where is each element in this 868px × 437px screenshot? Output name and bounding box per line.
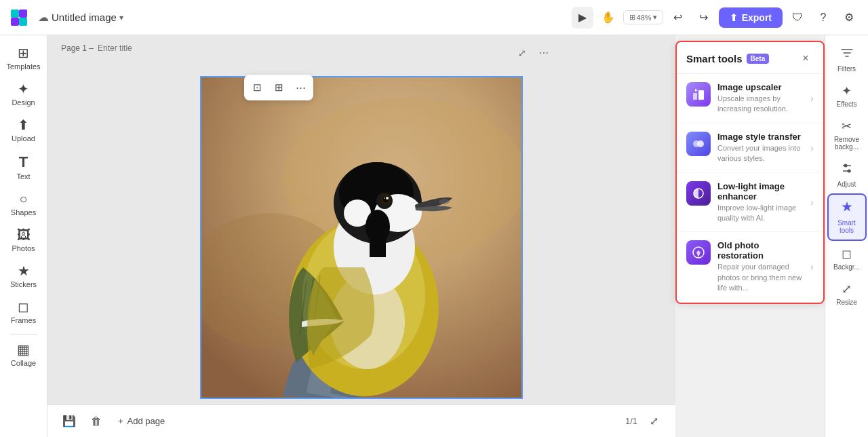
- undo-button[interactable]: ↩: [667, 7, 689, 28]
- svg-point-26: [697, 140, 704, 147]
- sidebar-item-upload[interactable]: ⬆ Upload: [2, 113, 45, 149]
- tool-item-style-transfer[interactable]: Image style transfer Convert your images…: [677, 124, 823, 173]
- right-bar-filters[interactable]: Filters: [827, 41, 867, 78]
- smart-tools-bar-label: Smart tools: [831, 219, 863, 234]
- layout-icon: ⊞: [629, 13, 635, 22]
- shield-button[interactable]: 🛡: [787, 7, 808, 28]
- document-title[interactable]: Untitled image: [52, 12, 117, 23]
- logo-button[interactable]: [8, 7, 30, 28]
- more-toolbar-button[interactable]: ⋯: [290, 77, 311, 98]
- sidebar-item-text[interactable]: T Text: [2, 149, 45, 187]
- sidebar-item-shapes[interactable]: ○ Shapes: [2, 187, 45, 223]
- title-chevron-icon[interactable]: ▾: [119, 13, 123, 22]
- templates-icon: ⊞: [18, 46, 29, 60]
- canvas-toolbar: ⊡ ⊞ ⋯: [244, 75, 313, 100]
- main-layout: ⊞ Templates ✦ Design ⬆ Upload T Text ○ S…: [0, 35, 868, 437]
- export-icon: ⬆: [730, 12, 738, 23]
- canvas-frame-icons: ⤢ ⋯: [513, 43, 553, 62]
- select-tool-button[interactable]: ▶: [572, 7, 593, 28]
- upscaler-name: Image upscaler: [717, 82, 804, 92]
- canvas-outer: Page 1 – ⤢ ⋯ ⊡ ⊞ ⋯: [47, 35, 675, 437]
- lowlight-arrow-icon: ›: [810, 197, 814, 208]
- sidebar-item-label: Upload: [12, 134, 35, 143]
- settings-button[interactable]: ⚙: [838, 7, 860, 28]
- zoom-chevron-icon: ▾: [653, 13, 657, 22]
- sidebar-item-design[interactable]: ✦ Design: [2, 77, 45, 113]
- sidebar-item-label: Collage: [11, 359, 36, 368]
- bottom-bar: 💾 🗑 + Add page 1/1 ⤢: [47, 404, 675, 437]
- sidebar-item-label: Text: [16, 172, 30, 181]
- svg-rect-16: [370, 227, 386, 257]
- upscaler-text: Image upscaler Upscale images by increas…: [717, 82, 804, 115]
- sidebar-item-label: Stickers: [10, 280, 37, 289]
- export-label: Export: [742, 12, 772, 23]
- canvas-content[interactable]: [47, 35, 675, 404]
- svg-rect-2: [11, 18, 19, 26]
- right-bar-background[interactable]: ◻ Backgr...: [827, 241, 867, 276]
- zoom-control[interactable]: ⊞ 48% ▾: [623, 10, 663, 24]
- photo-restore-text: Old photo restoration Repair your damage…: [717, 240, 804, 293]
- tool-item-photo-restore[interactable]: Old photo restoration Repair your damage…: [677, 232, 823, 302]
- low-light-icon: [686, 181, 711, 206]
- stickers-icon: ★: [18, 264, 30, 278]
- smart-tools-close-button[interactable]: ×: [797, 50, 814, 66]
- tool-item-upscaler[interactable]: Image upscaler Upscale images by increas…: [677, 74, 823, 124]
- zoom-level: 48%: [637, 14, 652, 22]
- restore-arrow-icon: ›: [810, 261, 814, 272]
- canvas-image[interactable]: [200, 76, 523, 399]
- right-bar-remove-bg[interactable]: ✂ Remove backg...: [827, 113, 867, 156]
- page-label: Page 1 –: [61, 43, 199, 53]
- right-bar-smart-tools[interactable]: Smart tools: [827, 193, 867, 241]
- right-bar-adjust[interactable]: Adjust: [827, 156, 867, 193]
- expand-icon-button[interactable]: ⤢: [513, 43, 532, 62]
- upscaler-arrow-icon: ›: [810, 93, 814, 104]
- add-page-button[interactable]: + Add page: [113, 413, 170, 429]
- background-icon: ◻: [842, 246, 852, 261]
- tool-item-low-light[interactable]: Low-light image enhancer Improve low-lig…: [677, 173, 823, 233]
- right-icon-bar: Filters ✦ Effects ✂ Remove backg... Adju…: [825, 35, 868, 437]
- help-button[interactable]: ?: [812, 7, 834, 28]
- canvas-area: Page 1 – ⤢ ⋯ ⊡ ⊞ ⋯: [47, 35, 675, 404]
- right-bar-resize[interactable]: ⤢ Resize: [827, 276, 867, 311]
- sidebar-item-templates[interactable]: ⊞ Templates: [2, 41, 45, 77]
- background-label: Backgr...: [833, 263, 860, 271]
- page-title-input[interactable]: [98, 43, 199, 53]
- delete-button[interactable]: 🗑: [85, 411, 107, 432]
- remove-bg-label: Remove backg...: [830, 136, 864, 151]
- resize-label: Resize: [836, 299, 857, 306]
- smart-tools-panel: Smart tools Beta × Image upscaler Upscal…: [675, 41, 825, 304]
- sidebar-item-label: Photos: [12, 244, 35, 253]
- sidebar-item-stickers[interactable]: ★ Stickers: [2, 259, 45, 294]
- export-button[interactable]: ⬆ Export: [719, 7, 783, 28]
- photo-restore-icon: [686, 240, 711, 265]
- redo-button[interactable]: ↪: [693, 7, 715, 28]
- frames-icon: ◻: [18, 300, 29, 314]
- low-light-text: Low-light image enhancer Improve low-lig…: [717, 181, 804, 224]
- page-indicator: 1/1: [625, 416, 637, 426]
- sidebar-item-label: Design: [12, 98, 35, 107]
- topbar-controls: ▶ ✋ ⊞ 48% ▾ ↩ ↪ ⬆ Export 🛡 ? ⚙: [572, 7, 860, 28]
- sidebar-item-frames[interactable]: ◻ Frames: [2, 294, 45, 330]
- cloud-icon: ☁: [38, 11, 49, 24]
- select-all-button[interactable]: ⊡: [247, 77, 267, 98]
- page-number-label: Page 1 –: [61, 43, 94, 53]
- photos-icon: 🖼: [17, 228, 31, 242]
- upload-icon: ⬆: [18, 118, 29, 132]
- upscaler-icon: [686, 82, 711, 107]
- title-area: ☁ Untitled image ▾: [38, 11, 123, 24]
- sidebar-item-collage[interactable]: ▦ Collage: [2, 337, 45, 373]
- adjust-icon: [840, 162, 854, 178]
- grid-view-button[interactable]: ⊞: [269, 77, 289, 98]
- low-light-desc: Improve low-light image quality with AI.: [717, 203, 804, 224]
- right-bar-effects[interactable]: ✦ Effects: [827, 78, 867, 113]
- style-transfer-name: Image style transfer: [717, 132, 804, 142]
- save-button[interactable]: 💾: [58, 411, 80, 432]
- remove-bg-icon: ✂: [842, 119, 852, 134]
- svg-point-22: [439, 199, 450, 204]
- more-options-button[interactable]: ⋯: [534, 43, 553, 62]
- svg-point-29: [844, 164, 847, 168]
- svg-point-31: [847, 170, 850, 173]
- fullscreen-button[interactable]: ⤢: [643, 411, 665, 432]
- sidebar-item-photos[interactable]: 🖼 Photos: [2, 223, 45, 259]
- pan-tool-button[interactable]: ✋: [597, 7, 619, 28]
